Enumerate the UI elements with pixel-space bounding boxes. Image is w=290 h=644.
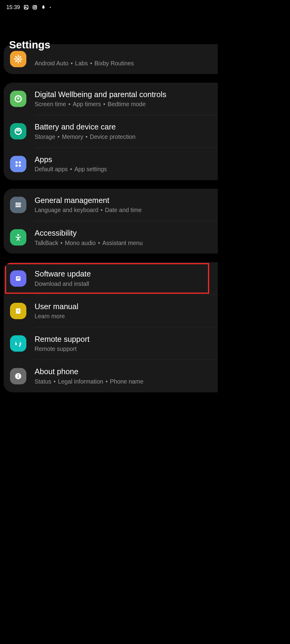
svg-rect-24: [18, 376, 18, 378]
row-accessibility-title: Accessibility: [35, 228, 218, 238]
snapchat-icon: [41, 5, 46, 10]
row-digital-wellbeing[interactable]: Digital Wellbeing and parental controls …: [4, 83, 218, 115]
svg-point-17: [17, 234, 19, 236]
row-manual-title: User manual: [35, 302, 218, 311]
general-management-icon: [10, 197, 26, 213]
row-general-management[interactable]: General management Language and keyboard…: [4, 189, 218, 221]
svg-point-12: [15, 165, 18, 167]
row-remote-sub: Remote support: [35, 345, 218, 353]
row-software-title: Software update: [35, 269, 218, 279]
svg-rect-18: [16, 276, 21, 281]
svg-point-11: [19, 161, 21, 163]
row-about-phone[interactable]: About phone Status•Legal information•Pho…: [4, 360, 218, 392]
row-user-manual[interactable]: ? User manual Learn more: [4, 295, 218, 327]
svg-point-14: [16, 203, 18, 204]
svg-point-4: [35, 6, 36, 7]
row-accessibility-sub: TalkBack•Mono audio•Assistant menu: [35, 239, 218, 247]
row-battery-title: Battery and device care: [35, 122, 218, 132]
remote-support-icon: [10, 335, 26, 352]
svg-point-13: [19, 165, 21, 167]
about-phone-icon: [10, 368, 26, 384]
row-general-sub: Language and keyboard•Date and time: [35, 207, 218, 214]
row-remote-title: Remote support: [35, 334, 218, 344]
clock-text: 15:39: [6, 4, 20, 11]
svg-point-9: [18, 131, 19, 132]
apps-icon: [10, 156, 26, 172]
svg-point-3: [34, 6, 36, 8]
card-advanced: Android Auto•Labs•Bixby Routines: [4, 44, 218, 74]
row-advanced-features[interactable]: Android Auto•Labs•Bixby Routines: [4, 44, 218, 74]
wellbeing-icon: [10, 91, 26, 107]
software-update-icon: [10, 270, 26, 286]
row-remote-support[interactable]: Remote support Remote support: [4, 327, 218, 360]
row-apps-sub: Default apps•App settings: [35, 166, 218, 173]
row-apps-title: Apps: [35, 155, 218, 164]
svg-text:?: ?: [17, 309, 19, 313]
svg-point-16: [17, 206, 18, 208]
card-system: Software update Download and install N ?…: [4, 262, 218, 392]
row-apps[interactable]: Apps Default apps•App settings: [4, 148, 218, 180]
row-battery-sub: Storage•Memory•Device protection: [35, 133, 218, 141]
device-care-icon: [10, 123, 26, 139]
gallery-icon: [24, 5, 29, 10]
card-device: Digital Wellbeing and parental controls …: [4, 83, 218, 180]
row-accessibility[interactable]: Accessibility TalkBack•Mono audio•Assist…: [4, 221, 218, 254]
svg-point-23: [18, 374, 18, 375]
row-about-title: About phone: [35, 367, 218, 376]
svg-point-6: [17, 58, 19, 60]
row-advanced-sub: Android Auto•Labs•Bixby Routines: [35, 60, 218, 67]
accessibility-icon: [10, 229, 26, 246]
more-dot-icon: •: [50, 5, 51, 10]
svg-point-21: [19, 345, 20, 347]
card-general: General management Language and keyboard…: [4, 189, 218, 253]
row-battery-care[interactable]: Battery and device care Storage•Memory•D…: [4, 115, 218, 148]
status-bar: 15:39 • Vo))LTE1 4G+⇅: [0, 0, 218, 14]
svg-rect-2: [33, 5, 37, 9]
row-software-update[interactable]: Software update Download and install N: [4, 262, 218, 295]
row-about-sub: Status•Legal information•Phone name: [35, 378, 218, 385]
svg-point-15: [19, 204, 20, 206]
row-general-title: General management: [35, 196, 218, 205]
advanced-features-icon: [10, 51, 26, 67]
user-manual-icon: ?: [10, 303, 26, 319]
instagram-icon: [32, 5, 38, 10]
row-wellbeing-title: Digital Wellbeing and parental controls: [35, 90, 218, 99]
row-software-sub: Download and install: [35, 280, 218, 288]
svg-point-10: [15, 161, 18, 163]
row-manual-sub: Learn more: [35, 313, 218, 320]
row-wellbeing-sub: Screen time•App timers•Bedtime mode: [35, 100, 218, 108]
